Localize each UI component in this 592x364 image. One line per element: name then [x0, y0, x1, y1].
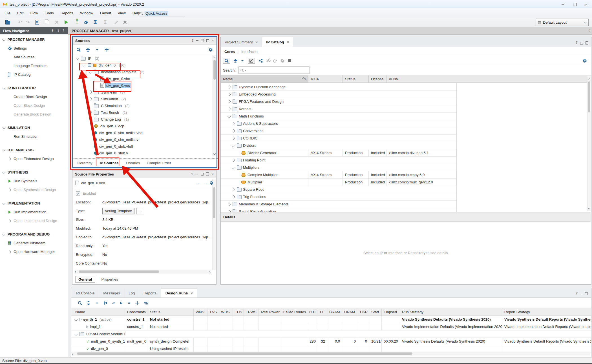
file-properties-horizontal-scrollbar[interactable]: [75, 270, 211, 274]
column-header-lut[interactable]: LUT: [307, 308, 318, 316]
tab-tcl-console[interactable]: Tcl Console: [71, 288, 99, 298]
column-header-name[interactable]: Name1: [221, 75, 308, 83]
chevron-down-icon[interactable]: [2, 171, 5, 174]
design-run-row-mult-gen-0-synth-1[interactable]: ✓mult_gen_0_synth_1mult_gen_0synth_desig…: [71, 338, 591, 345]
sources-tab-libraries[interactable]: Libraries: [126, 161, 140, 165]
tab-log[interactable]: Log: [124, 288, 139, 298]
expand-all-icon[interactable]: [96, 48, 99, 52]
maximize-panel-icon[interactable]: [201, 39, 204, 42]
flownav-item-settings[interactable]: Settings: [0, 44, 68, 53]
column-header-start[interactable]: Start: [369, 308, 382, 316]
menu-tools[interactable]: Tools: [41, 8, 57, 17]
column-header-total-power[interactable]: Total Power: [259, 308, 281, 316]
ip-catalog-row-conversions[interactable]: Conversions: [221, 127, 456, 135]
close-icon[interactable]: ×: [256, 40, 258, 44]
chevron-right-icon[interactable]: [89, 91, 92, 94]
dock-icon[interactable]: ⇞: [51, 29, 54, 33]
maximize-panel-icon[interactable]: [585, 292, 588, 295]
close-icon[interactable]: ×: [287, 40, 289, 44]
tab-ip-catalog[interactable]: IP Catalog ×: [262, 37, 293, 47]
source-tree-item-div-gen-0[interactable]: div_gen_0(16): [73, 62, 211, 68]
source-tree-item-div-gen-0-stub-vhdl[interactable]: div_gen_0_stub.vhdl: [73, 143, 211, 150]
ip-catalog-row-floating-point[interactable]: Floating Point: [221, 157, 456, 164]
column-header-status[interactable]: Status: [343, 75, 369, 83]
flownav-item-ip-catalog[interactable]: IP Catalog: [0, 70, 68, 79]
source-tree-item-div-gen-0-veo[interactable]: div_gen_0.veo: [73, 82, 211, 89]
column-header-tns[interactable]: TNS: [207, 308, 219, 316]
source-tree-item-instantiation-template[interactable]: Instantiation Template(2): [73, 68, 211, 75]
flownav-section-title[interactable]: IP INTEGRATOR: [0, 83, 68, 92]
chevron-down-icon[interactable]: [232, 144, 235, 147]
design-run-row-synth-1[interactable]: synth_1(active)constrs_1Not startedVivad…: [71, 316, 591, 323]
chevron-right-icon[interactable]: [232, 122, 235, 125]
source-tree-item-test-bench[interactable]: Test Bench(1): [73, 109, 211, 116]
chevron-right-icon[interactable]: [232, 188, 235, 191]
tab-project-summary[interactable]: Project Summary ×: [221, 37, 262, 47]
float-panel-icon[interactable]: [206, 172, 209, 176]
chevron-right-icon[interactable]: [232, 129, 235, 132]
column-header-report-strategy[interactable]: Report Strategy: [502, 308, 591, 316]
file-properties-tab-general[interactable]: General: [75, 276, 95, 283]
subtab-cores[interactable]: Cores: [224, 50, 235, 54]
sources-vertical-scrollbar[interactable]: [213, 55, 217, 156]
sources-tab-hierarchy[interactable]: Hierarchy: [77, 161, 92, 165]
help-icon[interactable]: ?: [576, 41, 578, 45]
ip-catalog-row-dynamic-function-exchange[interactable]: Dynamic Function eXchange: [221, 83, 456, 91]
close-panel-icon[interactable]: ×: [211, 172, 214, 176]
chevron-right-icon[interactable]: [89, 97, 92, 101]
gear-icon[interactable]: [583, 59, 587, 63]
source-tree-item-div-gen-0-sim-netlist-v[interactable]: div_gen_0_sim_netlist.v: [73, 136, 211, 143]
delete-icon[interactable]: [53, 19, 60, 26]
catalog-vertical-scrollbar[interactable]: [587, 76, 591, 211]
ip-catalog-row-dividers[interactable]: Dividers: [221, 142, 456, 149]
sources-tab-ip-sources[interactable]: IP Sources: [100, 161, 119, 165]
close-icon[interactable]: ×: [191, 291, 193, 295]
column-header-license[interactable]: License: [369, 75, 386, 83]
flownav-item-open-elaborated-design[interactable]: Open Elaborated Design: [0, 154, 68, 163]
column-header-ff[interactable]: FF: [318, 308, 327, 316]
gear-icon[interactable]: [209, 48, 213, 52]
column-header-bram[interactable]: BRAM: [327, 308, 342, 316]
chevron-right-icon[interactable]: [232, 195, 235, 198]
menu-view[interactable]: View: [114, 8, 129, 17]
ip-catalog-row-multipliers[interactable]: Multipliers: [221, 164, 456, 171]
source-tree-item-div-gen-0-dcp[interactable]: div_gen_0.dcp: [73, 123, 211, 129]
flownav-section-title[interactable]: PROGRAM AND DEBUG: [0, 230, 68, 239]
flownav-section-title[interactable]: RTL ANALYSIS: [0, 145, 68, 154]
minimize-panel-icon[interactable]: [196, 174, 198, 174]
menu-flow[interactable]: Flow: [27, 8, 41, 17]
chevron-right-icon[interactable]: [228, 107, 231, 110]
chevron-right-icon[interactable]: [8, 157, 11, 160]
help-icon[interactable]: ?: [588, 29, 590, 33]
float-panel-icon[interactable]: [586, 41, 588, 45]
flownav-item-run-implementation[interactable]: Run Implementation: [0, 208, 68, 216]
design-runs-horizontal-scrollbar[interactable]: [72, 352, 590, 356]
step-back-icon[interactable]: «: [112, 301, 115, 305]
chevron-right-icon[interactable]: [89, 118, 92, 121]
expand-all-icon[interactable]: [241, 59, 244, 63]
flownav-item-open-hardware-manager[interactable]: Open Hardware Manager: [0, 247, 68, 256]
flownav-item-add-sources[interactable]: Add Sources: [0, 53, 68, 61]
sources-tab-compile-order[interactable]: Compile Order: [147, 161, 171, 165]
minimize-panel-icon[interactable]: [580, 295, 582, 295]
add-sources-icon[interactable]: [105, 48, 109, 52]
more-button[interactable]: ...: [136, 208, 144, 214]
ip-catalog-row-square-root[interactable]: Square Root: [221, 186, 456, 193]
column-header-wns[interactable]: WNS: [194, 308, 207, 316]
step-forward-icon[interactable]: »: [127, 301, 130, 305]
enabled-checkbox[interactable]: [76, 191, 80, 196]
chevron-right-icon[interactable]: [228, 100, 231, 103]
column-header-axi4[interactable]: AXI4: [308, 75, 343, 83]
help-icon[interactable]: ?: [62, 29, 64, 33]
percent-icon[interactable]: %: [144, 301, 148, 305]
float-panel-icon[interactable]: [206, 39, 209, 42]
source-tree-item-div-gen-0-stub-v[interactable]: div_gen_0_stub.v: [73, 150, 211, 156]
chevron-right-icon[interactable]: [228, 85, 231, 88]
create-run-icon[interactable]: [135, 301, 139, 305]
source-tree-item-div-gen-0-sim-netlist-vhdl[interactable]: div_gen_0_sim_netlist.vhdl: [73, 129, 211, 136]
chevron-down-icon[interactable]: [2, 126, 5, 129]
chevron-down-icon[interactable]: [2, 202, 5, 205]
chevron-down-icon[interactable]: [75, 332, 78, 336]
design-run-row-impl-1[interactable]: impl_1constrs_1Not startedVivado Impleme…: [71, 323, 591, 330]
collapse-all-icon[interactable]: [87, 301, 90, 305]
